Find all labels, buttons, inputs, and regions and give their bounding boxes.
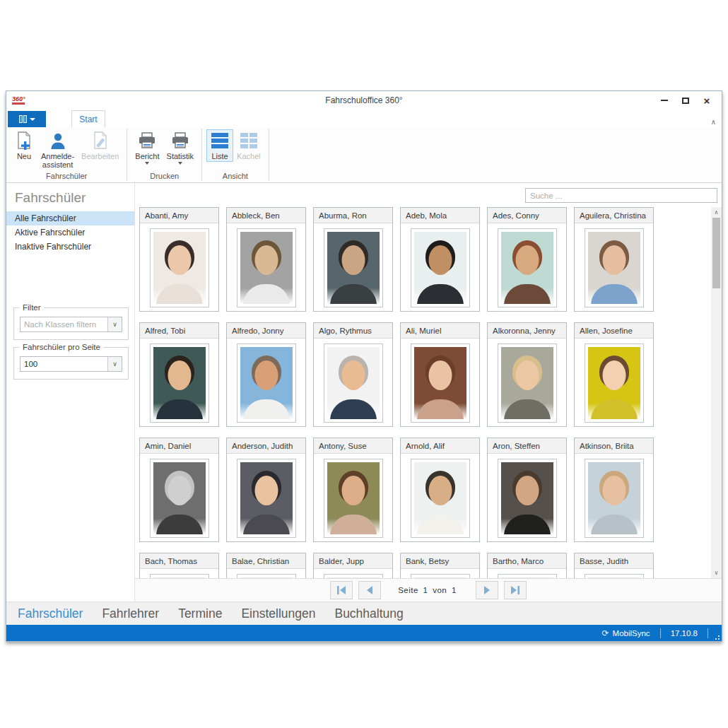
student-card[interactable]: Balder, Jupp [313, 553, 393, 578]
liste-button[interactable]: Liste [206, 129, 233, 162]
student-card-body [575, 339, 653, 427]
student-card-body [488, 223, 566, 312]
sidebar-item-inaktive-fahrschueler[interactable]: Inaktive Fahrschüler [6, 240, 134, 254]
student-card-name: Balder, Jupp [314, 553, 392, 569]
portrait-face [602, 476, 626, 505]
portrait-face [254, 245, 278, 275]
student-photo [327, 462, 380, 534]
nav-fahrlehrer[interactable]: Fahrlehrer [102, 606, 159, 621]
maximize-button[interactable] [676, 93, 695, 107]
student-photo [327, 347, 380, 419]
previous-page-button[interactable] [358, 581, 381, 599]
person-icon [49, 131, 67, 151]
student-photo-frame [411, 344, 470, 423]
student-card[interactable]: Ades, Conny [487, 207, 567, 312]
student-photo [414, 232, 466, 304]
student-photo-frame [150, 344, 209, 423]
student-card-name: Bank, Betsy [401, 553, 479, 569]
student-photo [588, 577, 640, 578]
bericht-button[interactable]: Bericht [131, 129, 163, 166]
group-label-fahrschueler: Fahrschüler [6, 172, 127, 182]
portrait-face [168, 476, 191, 505]
last-page-icon [510, 585, 521, 595]
search-input[interactable] [525, 188, 717, 203]
student-photo [327, 232, 380, 304]
portrait-face [168, 245, 191, 275]
neu-button[interactable]: Neu [11, 129, 37, 162]
nav-fahrschueler[interactable]: Fahrschüler [18, 606, 83, 621]
nav-einstellungen[interactable]: Einstellungen [241, 606, 315, 621]
main-region: Fahrschüler Alle Fahrschüler Aktive Fahr… [6, 183, 722, 601]
scrollbar-track[interactable] [711, 218, 722, 568]
chevron-down-icon[interactable]: ∨ [107, 357, 122, 371]
statusbar-separator [708, 628, 708, 638]
scroll-up-icon[interactable]: ∧ [711, 207, 722, 218]
portrait-shoulders [330, 284, 377, 304]
student-card-body [227, 223, 305, 312]
student-card[interactable]: Abbleck, Ben [226, 207, 306, 312]
collapse-ribbon-button[interactable]: ∧ [711, 118, 716, 126]
student-card[interactable]: Abanti, Amy [139, 207, 219, 312]
minimize-button[interactable] [655, 93, 674, 107]
student-photo-frame [324, 228, 383, 307]
student-photo [588, 462, 640, 534]
per-page-dropdown[interactable]: 100 ∨ [20, 356, 122, 372]
student-card-body [227, 569, 305, 578]
klassen-filter-dropdown[interactable]: Nach Klassen filtern ∨ [20, 317, 122, 332]
nav-buchhaltung[interactable]: Buchhaltung [334, 606, 403, 621]
portrait-shoulders [330, 399, 377, 419]
student-card[interactable]: Bach, Thomas [139, 553, 219, 578]
student-card-body [314, 339, 392, 427]
chevron-down-icon[interactable]: ∨ [107, 317, 122, 331]
last-page-button[interactable] [504, 581, 527, 599]
mobilsync-status[interactable]: ⟳ MobilSync [592, 625, 660, 641]
sidebar-item-aktive-fahrschueler[interactable]: Aktive Fahrschüler [6, 225, 134, 240]
student-card[interactable]: Antony, Suse [313, 438, 393, 542]
student-card[interactable]: Aguilera, Christina [574, 207, 654, 312]
student-card[interactable]: Anderson, Judith [226, 438, 306, 542]
portrait-shoulders [243, 284, 290, 304]
kachel-button[interactable]: Kachel [233, 129, 264, 162]
sidebar-item-alle-fahrschueler[interactable]: Alle Fahrschüler [6, 211, 134, 225]
student-card[interactable]: Arnold, Alif [400, 438, 480, 542]
close-button[interactable]: × [698, 93, 716, 107]
student-photo-frame [585, 574, 644, 578]
student-card[interactable]: Bartho, Marco [487, 553, 567, 578]
student-card[interactable]: Adeb, Mola [400, 207, 480, 312]
scrollbar-thumb[interactable] [712, 218, 720, 288]
student-card-name: Allen, Josefine [575, 323, 653, 339]
scroll-down-icon[interactable]: ∨ [711, 568, 722, 578]
statistik-button[interactable]: Statistik [163, 129, 198, 166]
portrait-face [428, 245, 452, 275]
application-menu-button[interactable] [8, 111, 46, 127]
student-card[interactable]: Alfredo, Jonny [226, 322, 306, 427]
student-card[interactable]: Alfred, Tobi [139, 322, 219, 427]
student-photo [240, 232, 293, 304]
bearbeiten-button[interactable]: Bearbeiten [78, 129, 122, 162]
student-card[interactable]: Bank, Betsy [400, 553, 480, 578]
nav-termine[interactable]: Termine [178, 606, 222, 621]
per-page-value: 100 [20, 360, 107, 368]
student-card[interactable]: Basse, Judith [574, 553, 654, 578]
student-card[interactable]: Alkoronna, Jenny [487, 322, 567, 427]
tab-start[interactable]: Start [71, 110, 105, 127]
resize-grip-icon[interactable] [712, 633, 720, 640]
student-card[interactable]: Atkinson, Briita [574, 438, 654, 542]
first-page-button[interactable] [330, 581, 353, 599]
student-card[interactable]: Algo, Rythmus [313, 322, 393, 427]
anmeldeassistent-button[interactable]: Anmelde- assistent [37, 129, 78, 170]
portrait-shoulders [243, 399, 290, 419]
student-card[interactable]: Ali, Muriel [400, 322, 480, 427]
student-photo [414, 347, 466, 419]
student-card[interactable]: Allen, Josefine [574, 322, 654, 427]
next-page-button[interactable] [476, 581, 498, 599]
student-card[interactable]: Aron, Steffen [487, 438, 567, 542]
student-card[interactable]: Amin, Daniel [139, 438, 219, 542]
vertical-scrollbar[interactable]: ∧ ∨ [711, 207, 722, 578]
content-panel: Abanti, Amy Abbleck, Ben Abu [135, 183, 722, 601]
student-card-body [140, 339, 218, 427]
student-card-body [575, 569, 653, 578]
student-card[interactable]: Balae, Christian [226, 553, 306, 578]
student-photo-frame [411, 574, 470, 578]
student-card[interactable]: Aburma, Ron [313, 207, 393, 312]
